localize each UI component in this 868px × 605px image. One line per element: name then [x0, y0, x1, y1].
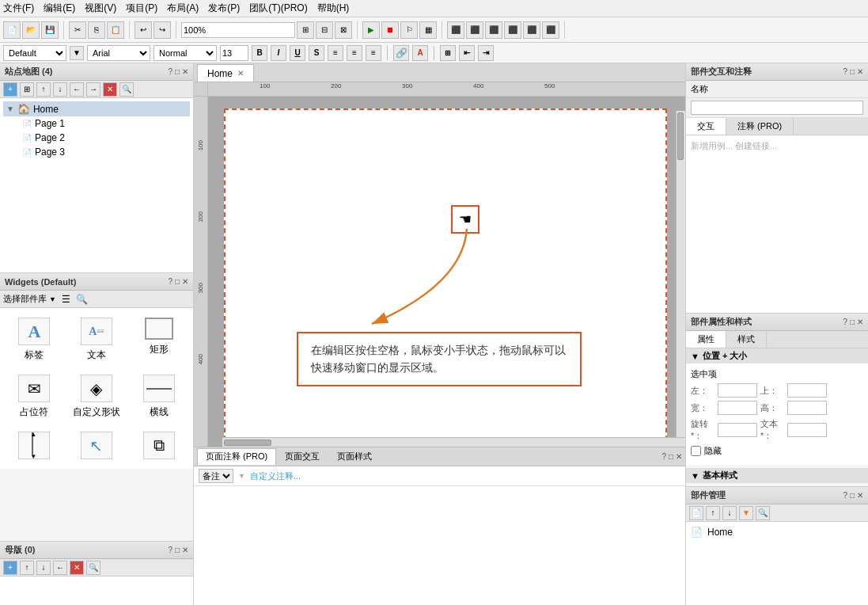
bottom-panel-help[interactable]: ? [661, 452, 666, 461]
move-down-button[interactable]: ↓ [53, 82, 67, 97]
search-pages-button[interactable]: 🔍 [119, 82, 134, 97]
widgets-expand-icon[interactable]: □ [175, 277, 180, 286]
comp-filter-button[interactable]: ▼ [739, 506, 753, 520]
widget-pointer[interactable]: ↖ [69, 428, 125, 462]
indent-dec[interactable]: ⇤ [459, 45, 475, 61]
align-middle[interactable]: ⬛ [523, 21, 540, 39]
tree-item-page3[interactable]: 📄 Page 3 [3, 145, 190, 159]
master-down[interactable]: ← [53, 561, 67, 575]
bottom-panel-close[interactable]: ✕ [676, 452, 682, 461]
comp-search-button[interactable]: 🔍 [756, 506, 770, 520]
rotate-input[interactable] [718, 423, 757, 437]
bottom-panel-expand[interactable]: □ [669, 452, 673, 461]
font-size[interactable] [220, 45, 248, 61]
bold-button[interactable]: B [252, 45, 267, 61]
master-expand-icon[interactable]: □ [175, 546, 180, 554]
move-right-button[interactable]: → [86, 82, 100, 97]
comp-mgmt-expand-icon[interactable]: □ [850, 491, 855, 500]
add-master-child[interactable]: ↑ [20, 561, 34, 575]
play-button[interactable]: ▶ [362, 21, 380, 39]
menu-layout[interactable]: 布局(A) [167, 2, 199, 15]
hidden-checkbox[interactable] [691, 446, 701, 456]
search-widgets-icon[interactable]: 🔍 [76, 294, 88, 305]
props-close-icon[interactable]: ✕ [857, 318, 863, 326]
align-center[interactable]: ⬛ [466, 21, 483, 39]
delete-page-button[interactable]: ✕ [103, 82, 117, 97]
zoom-select[interactable]: ⊟ [316, 21, 333, 39]
indent-inc[interactable]: ⇥ [478, 45, 494, 61]
list-view-icon[interactable]: ☰ [62, 294, 70, 305]
master-up[interactable]: ↓ [36, 561, 51, 575]
sitemap-close-icon[interactable]: ✕ [182, 67, 188, 76]
link-button[interactable]: 🔗 [393, 45, 409, 61]
widget-placeholder[interactable]: ✉ 占位符 [6, 371, 63, 422]
position-title[interactable]: ▼ 位置 + 大小 [686, 348, 868, 363]
sitemap-help-icon[interactable]: ? [168, 67, 172, 76]
more-format[interactable]: ⊞ [440, 45, 456, 61]
widget-layers[interactable]: ⧉ [131, 428, 187, 462]
canvas-scrollbar-v[interactable] [676, 111, 685, 437]
menu-help[interactable]: 帮助(H) [317, 2, 350, 15]
widget-rect[interactable]: 矩形 [131, 314, 187, 365]
interact-close-icon[interactable]: ✕ [857, 67, 863, 76]
menu-file[interactable]: 文件(F) [3, 2, 34, 15]
basic-style-title[interactable]: ▼ 基本样式 [686, 468, 868, 483]
master-help-icon[interactable]: ? [168, 546, 172, 554]
widget-text[interactable]: A ≡≡ 文本 [69, 314, 125, 365]
delete-master-button[interactable]: ✕ [70, 561, 84, 575]
tab-page-interact[interactable]: 页面交互 [276, 448, 328, 465]
add-child-button[interactable]: ⊞ [20, 82, 34, 97]
tab-note-pro[interactable]: 注释 (PRO) [726, 118, 794, 135]
widget-label[interactable]: A 标签 [6, 314, 63, 365]
align-left[interactable]: ⬛ [447, 21, 464, 39]
align-top[interactable]: ⬛ [504, 21, 521, 39]
color-button[interactable]: A [412, 45, 428, 61]
zoom-fit[interactable]: ⊞ [297, 21, 314, 39]
h-scroll-thumb[interactable] [224, 439, 271, 446]
comp-item-home[interactable]: 📄 Home [689, 525, 865, 539]
open-button[interactable]: 📂 [22, 21, 40, 39]
custom-notes-link[interactable]: 自定义注释... [250, 470, 301, 482]
copy-button[interactable]: ⎘ [88, 21, 105, 39]
paste-button[interactable]: 📋 [107, 21, 124, 39]
interact-expand-icon[interactable]: □ [850, 67, 855, 76]
tab-close-icon[interactable]: ✕ [237, 69, 244, 78]
widgets-help-icon[interactable]: ? [168, 277, 172, 286]
menu-publish[interactable]: 发布(P) [208, 2, 240, 15]
interact-name-input[interactable] [691, 101, 863, 115]
menu-project[interactable]: 项目(P) [126, 2, 157, 15]
props-expand-icon[interactable]: □ [850, 318, 855, 326]
widget-hline[interactable]: 横线 [131, 371, 187, 422]
library-selector[interactable]: 选择部件库 [3, 293, 47, 305]
align-right[interactable]: ⬛ [485, 21, 502, 39]
stop-button[interactable]: ⏹ [381, 21, 399, 39]
strikethrough-button[interactable]: S [309, 45, 324, 61]
search-master-button[interactable]: 🔍 [86, 561, 100, 575]
preview-button[interactable]: ⚐ [400, 21, 418, 39]
style-options[interactable]: ▼ [70, 46, 84, 60]
props-help-icon[interactable]: ? [843, 318, 847, 326]
menu-edit[interactable]: 编辑(E) [44, 2, 75, 15]
save-button[interactable]: 💾 [41, 21, 59, 39]
align-bottom[interactable]: ⬛ [542, 21, 559, 39]
comp-up-button[interactable]: ↑ [706, 506, 720, 520]
italic-button[interactable]: I [271, 45, 286, 61]
align-center-text[interactable]: ≡ [347, 45, 362, 61]
tree-item-page2[interactable]: 📄 Page 2 [3, 131, 190, 145]
cut-button[interactable]: ✂ [69, 21, 86, 39]
comp-down-button[interactable]: ↓ [722, 506, 737, 520]
zoom-input[interactable]: 100% [181, 22, 295, 38]
comp-mgmt-close-icon[interactable]: ✕ [857, 491, 863, 500]
menu-view[interactable]: 视图(V) [85, 2, 116, 15]
width-input[interactable] [718, 401, 757, 415]
tree-item-home[interactable]: ▼ 🏠 Home [3, 101, 190, 116]
tab-page-note[interactable]: 页面注释 (PRO) [197, 448, 276, 465]
publish-button[interactable]: ▦ [419, 21, 437, 39]
zoom-extra[interactable]: ⊠ [335, 21, 352, 39]
widgets-close-icon[interactable]: ✕ [182, 277, 188, 286]
align-right-text[interactable]: ≡ [366, 45, 381, 61]
move-up-button[interactable]: ↑ [36, 82, 51, 97]
library-dropdown-icon[interactable]: ▼ [49, 295, 56, 303]
master-close-icon[interactable]: ✕ [182, 546, 188, 554]
new-button[interactable]: 📄 [3, 21, 21, 39]
